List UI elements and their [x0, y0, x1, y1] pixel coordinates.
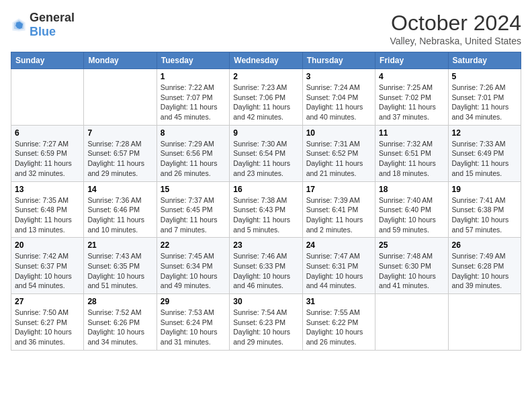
- day-number: 21: [87, 240, 152, 250]
- calendar-cell: 5Sunrise: 7:26 AM Sunset: 7:01 PM Daylig…: [448, 69, 521, 126]
- day-number: 31: [306, 297, 371, 306]
- calendar-cell: 16Sunrise: 7:38 AM Sunset: 6:43 PM Dayli…: [230, 181, 302, 238]
- day-info: Sunrise: 7:29 AM Sunset: 6:56 PM Dayligh…: [161, 139, 226, 179]
- day-number: 20: [15, 240, 80, 250]
- calendar-cell: 15Sunrise: 7:37 AM Sunset: 6:45 PM Dayli…: [157, 181, 229, 238]
- day-number: 10: [306, 128, 371, 138]
- day-info: Sunrise: 7:37 AM Sunset: 6:45 PM Dayligh…: [161, 195, 226, 235]
- logo-text: General Blue: [30, 11, 75, 39]
- day-info: Sunrise: 7:35 AM Sunset: 6:48 PM Dayligh…: [15, 195, 80, 235]
- day-info: Sunrise: 7:22 AM Sunset: 7:07 PM Dayligh…: [161, 83, 226, 122]
- week-row-2: 13Sunrise: 7:35 AM Sunset: 6:48 PM Dayli…: [11, 181, 521, 238]
- week-row-4: 27Sunrise: 7:50 AM Sunset: 6:27 PM Dayli…: [11, 294, 521, 351]
- calendar-cell: 20Sunrise: 7:42 AM Sunset: 6:37 PM Dayli…: [11, 238, 84, 294]
- calendar-cell: 19Sunrise: 7:41 AM Sunset: 6:38 PM Dayli…: [448, 181, 521, 238]
- calendar-cell: 24Sunrise: 7:47 AM Sunset: 6:31 PM Dayli…: [302, 238, 375, 294]
- logo: General Blue: [11, 11, 75, 39]
- week-row-0: 1Sunrise: 7:22 AM Sunset: 7:07 PM Daylig…: [11, 69, 521, 126]
- weekday-header-tuesday: Tuesday: [157, 52, 229, 69]
- day-info: Sunrise: 7:49 AM Sunset: 6:28 PM Dayligh…: [452, 251, 517, 291]
- day-info: Sunrise: 7:25 AM Sunset: 7:02 PM Dayligh…: [379, 83, 444, 122]
- calendar-cell: 12Sunrise: 7:33 AM Sunset: 6:49 PM Dayli…: [448, 125, 521, 181]
- day-info: Sunrise: 7:41 AM Sunset: 6:38 PM Dayligh…: [452, 195, 517, 235]
- weekday-header-thursday: Thursday: [302, 52, 375, 69]
- calendar-cell: 28Sunrise: 7:52 AM Sunset: 6:26 PM Dayli…: [84, 294, 157, 351]
- day-number: 4: [379, 72, 444, 81]
- day-info: Sunrise: 7:27 AM Sunset: 6:59 PM Dayligh…: [15, 139, 80, 179]
- day-info: Sunrise: 7:46 AM Sunset: 6:33 PM Dayligh…: [233, 251, 298, 291]
- day-info: Sunrise: 7:32 AM Sunset: 6:51 PM Dayligh…: [379, 139, 444, 179]
- day-number: 6: [15, 128, 80, 138]
- day-number: 30: [233, 297, 298, 306]
- calendar-table: SundayMondayTuesdayWednesdayThursdayFrid…: [11, 52, 521, 351]
- day-number: 11: [379, 128, 444, 138]
- day-info: Sunrise: 7:52 AM Sunset: 6:26 PM Dayligh…: [87, 308, 152, 347]
- day-number: 12: [452, 128, 517, 138]
- day-info: Sunrise: 7:36 AM Sunset: 6:46 PM Dayligh…: [87, 195, 152, 235]
- day-number: 19: [452, 185, 517, 194]
- page-header: General Blue October 2024 Valley, Nebras…: [11, 11, 521, 46]
- day-info: Sunrise: 7:47 AM Sunset: 6:31 PM Dayligh…: [306, 251, 371, 291]
- day-number: 29: [161, 297, 226, 306]
- calendar-cell: 21Sunrise: 7:43 AM Sunset: 6:35 PM Dayli…: [84, 238, 157, 294]
- calendar-cell: 9Sunrise: 7:30 AM Sunset: 6:54 PM Daylig…: [230, 125, 302, 181]
- day-info: Sunrise: 7:23 AM Sunset: 7:06 PM Dayligh…: [233, 83, 298, 122]
- day-info: Sunrise: 7:48 AM Sunset: 6:30 PM Dayligh…: [379, 251, 444, 291]
- calendar-cell: 2Sunrise: 7:23 AM Sunset: 7:06 PM Daylig…: [230, 69, 302, 126]
- day-info: Sunrise: 7:33 AM Sunset: 6:49 PM Dayligh…: [452, 139, 517, 179]
- weekday-header-sunday: Sunday: [11, 52, 84, 69]
- day-info: Sunrise: 7:50 AM Sunset: 6:27 PM Dayligh…: [15, 308, 80, 347]
- weekday-header-saturday: Saturday: [448, 52, 521, 69]
- logo-blue: Blue: [30, 25, 56, 38]
- calendar-cell: 14Sunrise: 7:36 AM Sunset: 6:46 PM Dayli…: [84, 181, 157, 238]
- calendar-cell: 31Sunrise: 7:55 AM Sunset: 6:22 PM Dayli…: [302, 294, 375, 351]
- calendar-cell: [11, 69, 84, 126]
- calendar-cell: 27Sunrise: 7:50 AM Sunset: 6:27 PM Dayli…: [11, 294, 84, 351]
- calendar-cell: [375, 294, 448, 351]
- day-number: 5: [452, 72, 517, 81]
- calendar-cell: 25Sunrise: 7:48 AM Sunset: 6:30 PM Dayli…: [375, 238, 448, 294]
- calendar-cell: 7Sunrise: 7:28 AM Sunset: 6:57 PM Daylig…: [84, 125, 157, 181]
- day-number: 23: [233, 240, 298, 250]
- calendar-cell: 3Sunrise: 7:24 AM Sunset: 7:04 PM Daylig…: [302, 69, 375, 126]
- day-info: Sunrise: 7:55 AM Sunset: 6:22 PM Dayligh…: [306, 308, 371, 347]
- logo-general: General: [30, 11, 75, 24]
- day-number: 13: [15, 185, 80, 194]
- calendar-cell: 26Sunrise: 7:49 AM Sunset: 6:28 PM Dayli…: [448, 238, 521, 294]
- calendar-cell: [84, 69, 157, 126]
- calendar-cell: 22Sunrise: 7:45 AM Sunset: 6:34 PM Dayli…: [157, 238, 229, 294]
- calendar-cell: 6Sunrise: 7:27 AM Sunset: 6:59 PM Daylig…: [11, 125, 84, 181]
- calendar-cell: [448, 294, 521, 351]
- week-row-3: 20Sunrise: 7:42 AM Sunset: 6:37 PM Dayli…: [11, 238, 521, 294]
- day-number: 26: [452, 240, 517, 250]
- calendar-cell: 10Sunrise: 7:31 AM Sunset: 6:52 PM Dayli…: [302, 125, 375, 181]
- calendar-cell: 30Sunrise: 7:54 AM Sunset: 6:23 PM Dayli…: [230, 294, 302, 351]
- calendar-cell: 1Sunrise: 7:22 AM Sunset: 7:07 PM Daylig…: [157, 69, 229, 126]
- day-number: 25: [379, 240, 444, 250]
- day-info: Sunrise: 7:39 AM Sunset: 6:41 PM Dayligh…: [306, 195, 371, 235]
- weekday-header-wednesday: Wednesday: [230, 52, 302, 69]
- day-number: 24: [306, 240, 371, 250]
- day-info: Sunrise: 7:31 AM Sunset: 6:52 PM Dayligh…: [306, 139, 371, 179]
- day-number: 1: [161, 72, 226, 81]
- weekday-header-monday: Monday: [84, 52, 157, 69]
- calendar-cell: 23Sunrise: 7:46 AM Sunset: 6:33 PM Dayli…: [230, 238, 302, 294]
- day-number: 28: [87, 297, 152, 306]
- day-number: 14: [87, 185, 152, 194]
- day-number: 3: [306, 72, 371, 81]
- calendar-cell: 13Sunrise: 7:35 AM Sunset: 6:48 PM Dayli…: [11, 181, 84, 238]
- day-number: 9: [233, 128, 298, 138]
- day-info: Sunrise: 7:30 AM Sunset: 6:54 PM Dayligh…: [233, 139, 298, 179]
- day-info: Sunrise: 7:53 AM Sunset: 6:24 PM Dayligh…: [161, 308, 226, 347]
- day-info: Sunrise: 7:24 AM Sunset: 7:04 PM Dayligh…: [306, 83, 371, 122]
- day-number: 18: [379, 185, 444, 194]
- day-info: Sunrise: 7:43 AM Sunset: 6:35 PM Dayligh…: [87, 251, 152, 291]
- month-title: October 2024: [390, 11, 521, 36]
- day-number: 16: [233, 185, 298, 194]
- day-info: Sunrise: 7:26 AM Sunset: 7:01 PM Dayligh…: [452, 83, 517, 122]
- day-number: 2: [233, 72, 298, 81]
- calendar-cell: 4Sunrise: 7:25 AM Sunset: 7:02 PM Daylig…: [375, 69, 448, 126]
- day-number: 8: [161, 128, 226, 138]
- day-number: 27: [15, 297, 80, 306]
- day-info: Sunrise: 7:45 AM Sunset: 6:34 PM Dayligh…: [161, 251, 226, 291]
